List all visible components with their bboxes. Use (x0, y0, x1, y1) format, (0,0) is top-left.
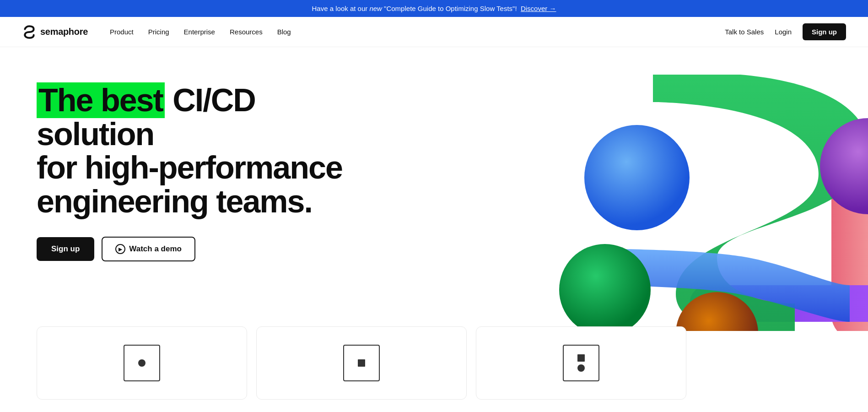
hero-illustration (520, 75, 868, 331)
card-icon-1 (124, 345, 160, 381)
login-button[interactable]: Login (775, 28, 792, 36)
card-2 (256, 326, 467, 400)
card-1 (37, 326, 247, 400)
hero-section: The best CI/CD solutionfor high-performa… (0, 47, 868, 331)
logo[interactable]: semaphore (22, 25, 88, 39)
hero-signup-button[interactable]: Sign up (37, 237, 94, 261)
svg-point-2 (584, 125, 690, 230)
card-dot-icon-bottom (577, 364, 585, 372)
logo-icon (22, 25, 37, 39)
hero-demo-label: Watch a demo (129, 244, 182, 254)
nav-right: Talk to Sales Login Sign up (725, 23, 846, 40)
talk-to-sales-button[interactable]: Talk to Sales (725, 28, 764, 36)
hero-headline-highlight: The best (37, 82, 165, 118)
card-3 (476, 326, 686, 400)
card-icon-3 (563, 345, 599, 381)
nav-links: Product Pricing Enterprise Resources Blo… (110, 28, 725, 36)
announcement-bar: Have a look at our new "Complete Guide t… (0, 0, 868, 17)
hero-graphic (520, 75, 868, 331)
nav-resources[interactable]: Resources (230, 28, 263, 36)
bottom-cards (0, 326, 868, 400)
logo-text: semaphore (40, 27, 88, 37)
hero-buttons: Sign up ▶ Watch a demo (37, 237, 357, 261)
nav-pricing[interactable]: Pricing (148, 28, 169, 36)
card-icon-2 (343, 345, 380, 381)
hero-headline: The best CI/CD solutionfor high-performa… (37, 84, 357, 218)
announcement-text: Have a look at our new "Complete Guide t… (312, 5, 521, 12)
card-square-icon-top (577, 354, 585, 362)
hero-demo-button[interactable]: ▶ Watch a demo (102, 237, 195, 261)
play-icon: ▶ (115, 244, 125, 254)
announcement-link[interactable]: Discover → (521, 5, 556, 12)
hero-content: The best CI/CD solutionfor high-performa… (37, 84, 357, 261)
nav-blog[interactable]: Blog (277, 28, 291, 36)
navbar: semaphore Product Pricing Enterprise Res… (0, 17, 868, 47)
card-dot-icon (138, 359, 146, 367)
nav-signup-button[interactable]: Sign up (803, 23, 846, 40)
card-square-icon (358, 359, 365, 367)
nav-product[interactable]: Product (110, 28, 134, 36)
nav-enterprise[interactable]: Enterprise (184, 28, 215, 36)
